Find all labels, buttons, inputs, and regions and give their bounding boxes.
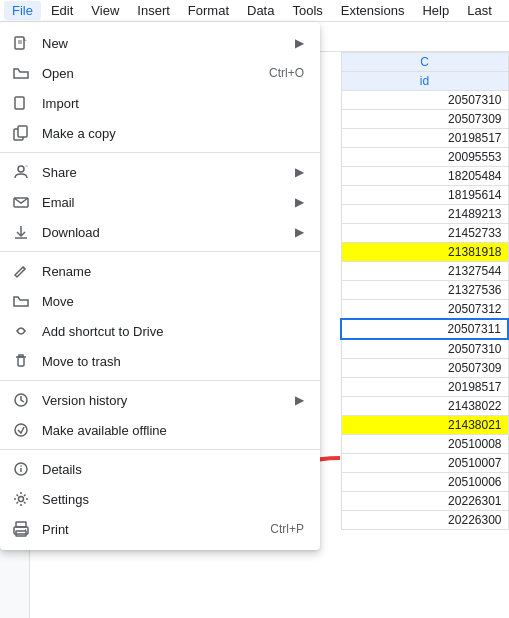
cell-id-9[interactable]: 21327544 bbox=[341, 262, 508, 281]
table-row: 20507309 bbox=[341, 110, 508, 129]
menu-help[interactable]: Help bbox=[414, 1, 457, 20]
menu-data[interactable]: Data bbox=[239, 1, 282, 20]
download-arrow-icon: ▶ bbox=[295, 225, 304, 239]
svg-point-17 bbox=[20, 465, 22, 467]
svg-rect-3 bbox=[15, 97, 24, 109]
menu-item-move[interactable]: Move bbox=[0, 286, 320, 316]
table-row: 20095553 bbox=[341, 148, 508, 167]
table-row: 20507309 bbox=[341, 359, 508, 378]
details-label: Details bbox=[42, 462, 304, 477]
cell-id-19[interactable]: 20510007 bbox=[341, 454, 508, 473]
import-label: Import bbox=[42, 96, 304, 111]
menu-item-print[interactable]: PrintCtrl+P bbox=[0, 514, 320, 544]
cell-id-18[interactable]: 20510008 bbox=[341, 435, 508, 454]
svg-point-22 bbox=[25, 529, 27, 531]
trash-label: Move to trash bbox=[42, 354, 304, 369]
cell-id-16[interactable]: 21438022 bbox=[341, 397, 508, 416]
cell-id-15[interactable]: 20198517 bbox=[341, 378, 508, 397]
make-copy-label: Make a copy bbox=[42, 126, 304, 141]
menu-file[interactable]: File bbox=[4, 1, 41, 20]
svg-rect-5 bbox=[18, 126, 27, 137]
version-history-arrow-icon: ▶ bbox=[295, 393, 304, 407]
cell-id-5[interactable]: 18195614 bbox=[341, 186, 508, 205]
cell-id-11[interactable]: 20507312 bbox=[341, 300, 508, 320]
open-label: Open bbox=[42, 66, 257, 81]
menu-item-email[interactable]: Email▶ bbox=[0, 187, 320, 217]
cell-id-1[interactable]: 20507309 bbox=[341, 110, 508, 129]
col-label-id: id bbox=[341, 72, 508, 91]
settings-icon bbox=[12, 490, 30, 508]
table-row: 20507311 bbox=[341, 319, 508, 339]
email-label: Email bbox=[42, 195, 283, 210]
menu-edit[interactable]: Edit bbox=[43, 1, 81, 20]
svg-rect-12 bbox=[18, 357, 24, 366]
menu-divider bbox=[0, 380, 320, 381]
cell-id-7[interactable]: 21452733 bbox=[341, 224, 508, 243]
menu-last[interactable]: Last bbox=[459, 1, 500, 20]
menu-item-available-offline[interactable]: Make available offline bbox=[0, 415, 320, 445]
email-icon bbox=[12, 193, 30, 211]
menu-insert[interactable]: Insert bbox=[129, 1, 178, 20]
menu-item-download[interactable]: Download▶ bbox=[0, 217, 320, 247]
menu-tools[interactable]: Tools bbox=[284, 1, 330, 20]
menu-item-import[interactable]: Import bbox=[0, 88, 320, 118]
svg-line-11 bbox=[23, 267, 25, 269]
available-offline-icon bbox=[12, 421, 30, 439]
table-row: 20507310 bbox=[341, 91, 508, 110]
cell-id-2[interactable]: 20198517 bbox=[341, 129, 508, 148]
cell-id-13[interactable]: 20507310 bbox=[341, 339, 508, 359]
menu-item-open[interactable]: OpenCtrl+O bbox=[0, 58, 320, 88]
import-icon bbox=[12, 94, 30, 112]
settings-label: Settings bbox=[42, 492, 304, 507]
menu-item-add-shortcut[interactable]: Add shortcut to Drive bbox=[0, 316, 320, 346]
table-row: 20510008 bbox=[341, 435, 508, 454]
cell-id-0[interactable]: 20507310 bbox=[341, 91, 508, 110]
table-row: 20507312 bbox=[341, 300, 508, 320]
trash-icon bbox=[12, 352, 30, 370]
svg-point-6 bbox=[18, 166, 24, 172]
rename-label: Rename bbox=[42, 264, 304, 279]
cell-id-20[interactable]: 20510006 bbox=[341, 473, 508, 492]
menu-extensions[interactable]: Extensions bbox=[333, 1, 413, 20]
menu-format[interactable]: Format bbox=[180, 1, 237, 20]
cell-id-3[interactable]: 20095553 bbox=[341, 148, 508, 167]
new-icon bbox=[12, 34, 30, 52]
menu-item-trash[interactable]: Move to trash bbox=[0, 346, 320, 376]
new-label: New bbox=[42, 36, 283, 51]
available-offline-label: Make available offline bbox=[42, 423, 304, 438]
menu-item-version-history[interactable]: Version history▶ bbox=[0, 385, 320, 415]
table-row: 20198517 bbox=[341, 129, 508, 148]
menu-divider bbox=[0, 152, 320, 153]
menu-item-rename[interactable]: Rename bbox=[0, 256, 320, 286]
menu-item-new[interactable]: New▶ bbox=[0, 28, 320, 58]
version-history-label: Version history bbox=[42, 393, 283, 408]
table-row: 21438022 bbox=[341, 397, 508, 416]
cell-id-4[interactable]: 18205484 bbox=[341, 167, 508, 186]
table-row: 21327544 bbox=[341, 262, 508, 281]
file-menu-dropdown: New▶OpenCtrl+OImportMake a copyShare▶Ema… bbox=[0, 22, 320, 550]
print-label: Print bbox=[42, 522, 258, 537]
cell-id-21[interactable]: 20226301 bbox=[341, 492, 508, 511]
cell-id-12[interactable]: 20507311 bbox=[341, 319, 508, 339]
move-icon bbox=[12, 292, 30, 310]
cell-id-10[interactable]: 21327536 bbox=[341, 281, 508, 300]
cell-id-8[interactable]: 21381918 bbox=[341, 243, 508, 262]
download-icon bbox=[12, 223, 30, 241]
open-icon bbox=[12, 64, 30, 82]
menu-view[interactable]: View bbox=[83, 1, 127, 20]
menu-item-make-copy[interactable]: Make a copy bbox=[0, 118, 320, 148]
spreadsheet-area: C id 20507310205073092019851720095553182… bbox=[340, 52, 509, 618]
menu-item-details[interactable]: Details bbox=[0, 454, 320, 484]
menu-item-share[interactable]: Share▶ bbox=[0, 157, 320, 187]
share-arrow-icon: ▶ bbox=[295, 165, 304, 179]
cell-id-6[interactable]: 21489213 bbox=[341, 205, 508, 224]
menu-item-settings[interactable]: Settings bbox=[0, 484, 320, 514]
cell-id-22[interactable]: 20226300 bbox=[341, 511, 508, 530]
cell-id-17[interactable]: 21438021 bbox=[341, 416, 508, 435]
menu-divider bbox=[0, 251, 320, 252]
cell-id-14[interactable]: 20507309 bbox=[341, 359, 508, 378]
move-label: Move bbox=[42, 294, 304, 309]
table-row: 20510007 bbox=[341, 454, 508, 473]
print-shortcut: Ctrl+P bbox=[270, 522, 304, 536]
email-arrow-icon: ▶ bbox=[295, 195, 304, 209]
